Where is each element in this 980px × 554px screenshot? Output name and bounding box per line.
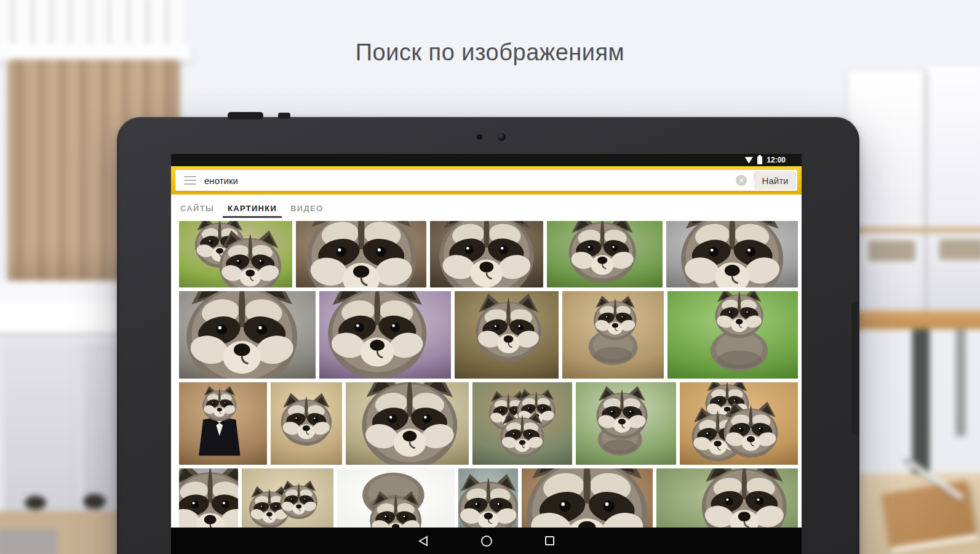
result-image-raccoon-face-with-paws[interactable] <box>430 221 543 287</box>
box-handle-slot <box>934 235 980 264</box>
result-image-raccoon-praying-grayscale[interactable] <box>666 221 798 287</box>
menu-icon[interactable] <box>184 176 196 185</box>
result-image-raccoon-tongue-closeup[interactable] <box>296 221 426 287</box>
table-leg <box>955 329 965 436</box>
result-image-raccoon-purple-tint[interactable] <box>319 291 451 379</box>
tab-bar: САЙТЫКАРТИНКИВИДЕО <box>171 195 802 221</box>
results-row <box>179 291 798 379</box>
wifi-icon <box>744 157 753 164</box>
magazine-box <box>927 67 980 311</box>
front-camera <box>498 133 506 141</box>
android-nav-bar <box>171 528 802 554</box>
result-image-raccoon-sepia-drawing[interactable] <box>271 382 342 465</box>
result-image-baby-raccoon-on-log[interactable] <box>576 382 676 465</box>
results-row <box>179 221 798 287</box>
result-image-baby-raccoon-crawling[interactable] <box>346 382 469 465</box>
battery-icon <box>757 156 762 164</box>
search-bar: енотики ✕ Найти <box>175 170 797 191</box>
results-row <box>179 382 798 465</box>
table-leg <box>912 329 930 480</box>
clear-icon[interactable]: ✕ <box>736 175 747 186</box>
result-image-raccoon-in-tuxedo[interactable] <box>179 382 267 465</box>
volume-button <box>228 112 263 119</box>
file-box-hole <box>83 494 105 508</box>
result-image-raccoon-babies-pile[interactable] <box>680 382 798 465</box>
status-bar: 12:00 <box>171 154 802 166</box>
tab-видео[interactable]: ВИДЕО <box>284 196 330 219</box>
image-results-grid <box>171 221 802 554</box>
tab-картинки[interactable]: КАРТИНКИ <box>221 196 284 219</box>
search-header: енотики ✕ Найти <box>171 166 802 195</box>
promo-heading: Поиск по изображениям <box>0 39 980 66</box>
search-input[interactable]: енотики <box>204 175 736 186</box>
tablet-device: 12:00 енотики ✕ Найти САЙТЫКАРТИНКИВИДЕО <box>117 117 859 554</box>
light-sensor <box>477 134 482 140</box>
result-image-raccoon-family-stack[interactable] <box>472 382 572 465</box>
tablet-screen: 12:00 енотики ✕ Найти САЙТЫКАРТИНКИВИДЕО <box>171 154 802 554</box>
magazine-box <box>849 71 925 312</box>
recents-icon[interactable] <box>544 535 556 547</box>
power-button <box>278 113 290 119</box>
search-button[interactable]: Найти <box>754 171 796 190</box>
file-box-hole <box>25 496 46 510</box>
home-icon[interactable] <box>480 535 493 547</box>
side-button <box>851 302 858 434</box>
result-image-two-raccoons-on-log[interactable] <box>179 221 292 287</box>
result-image-raccoon-on-rock[interactable] <box>562 291 664 379</box>
box-handle-slot <box>864 236 920 265</box>
desk-shadow <box>0 529 57 554</box>
result-image-raccoon-in-grass[interactable] <box>667 291 798 379</box>
shelf-edge <box>848 227 980 233</box>
tab-сайты[interactable]: САЙТЫ <box>173 196 221 219</box>
result-image-raccoon-tongue-gray[interactable] <box>179 291 316 379</box>
page: Поиск по изображениям 12:00 енотики ✕ На… <box>0 0 980 554</box>
back-icon[interactable] <box>417 535 429 547</box>
table-surface <box>839 311 980 329</box>
result-image-raccoon-brown-shadow[interactable] <box>455 291 558 379</box>
result-image-baby-raccoon-green[interactable] <box>547 221 663 287</box>
status-time: 12:00 <box>767 156 786 164</box>
